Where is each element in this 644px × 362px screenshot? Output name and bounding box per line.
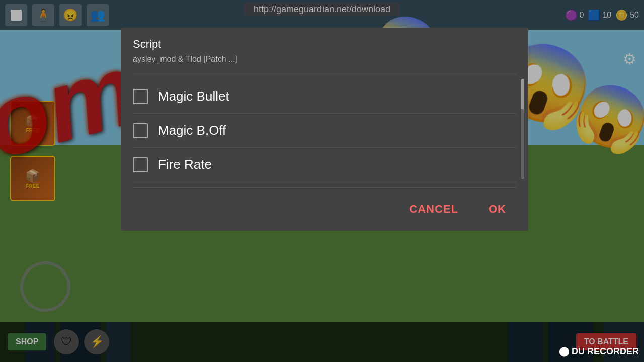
dialog-subtitle: aysley_mod & Tlod [Patch ...] (133, 55, 516, 64)
dialog-footer: CANCEL OK (133, 187, 516, 221)
dialog-title: Script (133, 38, 516, 51)
option-magic-boff: Magic B.Off (133, 114, 516, 148)
dialog-divider-top (133, 74, 516, 74)
option-fire-rate: Fire Rate (133, 148, 516, 182)
scroll-indicator (521, 79, 524, 179)
checkbox-magic-boff[interactable] (133, 123, 148, 138)
label-magic-boff: Magic B.Off (158, 123, 226, 138)
label-magic-bullet: Magic Bullet (158, 88, 229, 104)
ok-button[interactable]: OK (478, 198, 516, 221)
checkbox-fire-rate[interactable] (133, 157, 148, 172)
script-dialog: Script aysley_mod & Tlod [Patch ...] Mag… (121, 28, 528, 231)
du-recorder-badge: ⬤ DU RECORDER (559, 346, 639, 357)
option-magic-bullet: Magic Bullet (133, 79, 516, 114)
label-fire-rate: Fire Rate (158, 157, 212, 172)
checkbox-magic-bullet[interactable] (133, 89, 148, 104)
cancel-button[interactable]: CANCEL (399, 198, 468, 221)
scroll-thumb (521, 79, 524, 109)
